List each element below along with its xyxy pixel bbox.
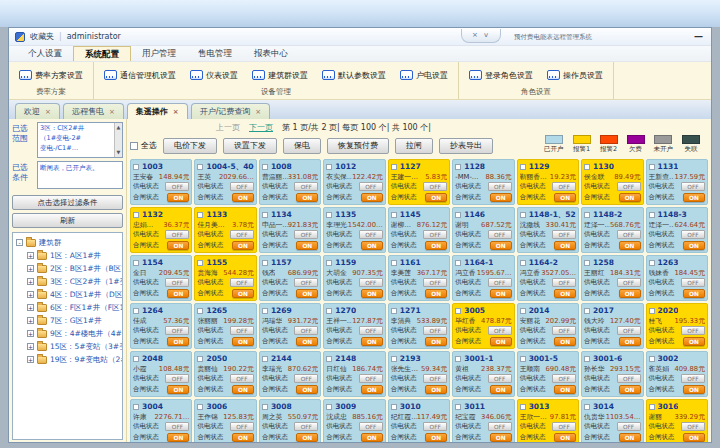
scroll-up-icon[interactable]: ▲ <box>117 124 121 132</box>
valve-on-button[interactable]: ON <box>232 337 254 346</box>
power-off-button[interactable]: OFF <box>552 230 576 239</box>
meter-card[interactable]: 2050贵丽仙190.22元供电状态OFF合闸状态ON <box>194 351 256 397</box>
tab-4[interactable]: 开户/记费查询× <box>191 103 271 119</box>
card-checkbox[interactable] <box>262 308 268 314</box>
selected-condition-box[interactable]: 断闸表，已开户表。 <box>37 161 123 189</box>
card-checkbox[interactable] <box>133 164 139 170</box>
tree-item-3[interactable]: +3区：C区2#井（1#变 <box>16 275 122 288</box>
card-checkbox[interactable] <box>326 404 332 410</box>
power-off-button[interactable]: OFF <box>423 326 447 335</box>
selected-range-listbox[interactable]: 3区：C区2#井 （1#变电-2# 变电-/C1#… ▲ ▼ <box>37 122 123 158</box>
ribbon-button[interactable]: 建筑群设置 <box>245 68 315 83</box>
meter-card[interactable]: 1148-2迂泽一…568.76元供电状态OFF合闸状态ON <box>581 207 643 253</box>
card-checkbox[interactable] <box>584 164 590 170</box>
card-checkbox[interactable] <box>391 164 397 170</box>
meter-card[interactable]: 1258王丽红184.31元供电状态OFF合闸状态ON <box>581 255 643 301</box>
card-checkbox[interactable] <box>584 356 590 362</box>
power-off-button[interactable]: OFF <box>488 230 512 239</box>
valve-on-button[interactable]: ON <box>425 385 447 394</box>
meter-card[interactable]: 1127王建一…5.83元供电状态OFF合闸状态ON <box>388 159 450 205</box>
power-off-button[interactable]: OFF <box>488 326 512 335</box>
expand-icon[interactable]: + <box>27 317 34 324</box>
card-checkbox[interactable] <box>584 260 590 266</box>
valve-on-button[interactable]: ON <box>490 433 512 442</box>
meter-card[interactable]: 1132忠娟…36.37元供电状态OFF合闸状态ON <box>130 207 192 253</box>
valve-on-button[interactable]: ON <box>167 385 189 394</box>
card-checkbox[interactable] <box>649 308 655 314</box>
meter-card[interactable]: 1265张丽丽199.28元供电状态OFF合闸状态ON <box>194 303 256 349</box>
power-off-button[interactable]: OFF <box>681 422 705 431</box>
meter-card[interactable]: 3001-6孙长华293.15元供电状态OFF合闸状态ON <box>581 351 643 397</box>
power-off-button[interactable]: OFF <box>681 182 705 191</box>
ribbon-button[interactable]: 登录角色设置 <box>462 68 540 83</box>
action-button-4[interactable]: 恢复预付费 <box>327 138 389 154</box>
meter-card[interactable]: 1004-5、40一王英2029.66…供电状态OFF合闸状态ON <box>194 159 256 205</box>
card-checkbox[interactable] <box>197 164 203 170</box>
valve-on-button[interactable]: ON <box>167 337 189 346</box>
card-checkbox[interactable] <box>649 212 655 218</box>
meter-card[interactable]: 1154金日209.45元供电状态OFF合闸状态ON <box>130 255 192 301</box>
card-checkbox[interactable] <box>649 164 655 170</box>
prev-page-link[interactable]: 上一页 <box>216 122 240 133</box>
valve-on-button[interactable]: ON <box>361 385 383 394</box>
power-off-button[interactable]: OFF <box>681 374 705 383</box>
valve-on-button[interactable]: ON <box>490 337 512 346</box>
card-checkbox[interactable] <box>133 212 139 218</box>
power-off-button[interactable]: OFF <box>617 422 641 431</box>
meter-card[interactable]: 1271李清典533.89元供电状态OFF合闸状态ON <box>388 303 450 349</box>
power-off-button[interactable]: OFF <box>617 182 641 191</box>
valve-on-button[interactable]: ON <box>361 193 383 202</box>
meter-card[interactable]: 3011纪宝霞346.06元供电状态OFF合闸状态ON <box>452 399 514 443</box>
valve-on-button[interactable]: ON <box>683 193 705 202</box>
power-off-button[interactable]: OFF <box>423 230 447 239</box>
meter-card[interactable]: 3008周之英550.97元供电状态OFF合闸状态ON <box>259 399 321 443</box>
card-checkbox[interactable] <box>262 212 268 218</box>
meter-card[interactable]: 2148日红仙186.74元供电状态OFF合闸状态ON <box>323 351 385 397</box>
action-button-2[interactable]: 设置下发 <box>223 138 277 154</box>
refresh-button[interactable]: 刷新 <box>12 213 123 228</box>
valve-on-button[interactable]: ON <box>167 241 189 250</box>
valve-on-button[interactable]: ON <box>361 241 383 250</box>
power-off-button[interactable]: OFF <box>488 374 512 383</box>
ribbon-button[interactable]: 操作员设置 <box>540 68 610 83</box>
valve-on-button[interactable]: ON <box>296 433 318 442</box>
card-checkbox[interactable] <box>520 404 526 410</box>
power-off-button[interactable]: OFF <box>165 278 189 287</box>
card-checkbox[interactable] <box>133 308 139 314</box>
tab-close-icon[interactable]: × <box>45 108 51 116</box>
card-checkbox[interactable] <box>197 356 203 362</box>
action-button-5[interactable]: 拉闸 <box>395 138 433 154</box>
power-off-button[interactable]: OFF <box>230 278 254 287</box>
tab-close-icon[interactable]: × <box>109 108 115 116</box>
power-off-button[interactable]: OFF <box>294 326 318 335</box>
power-off-button[interactable]: OFF <box>230 182 254 191</box>
expand-icon[interactable]: + <box>27 304 34 311</box>
expand-icon[interactable]: + <box>27 252 34 259</box>
meter-card[interactable]: 1161李美莲367.17元供电状态OFF合闸状态ON <box>388 255 450 301</box>
meter-card[interactable]: 3001-1黄祖238.37元供电状态OFF合闸状态ON <box>452 351 514 397</box>
power-off-button[interactable]: OFF <box>617 374 641 383</box>
menu-item-4[interactable]: 售电管理 <box>187 46 243 61</box>
meter-card[interactable]: 1133佳月美…3.78元供电状态OFF合闸状态ON <box>194 207 256 253</box>
card-checkbox[interactable] <box>455 212 461 218</box>
meter-card[interactable]: 3014仇贵华1103.54…供电状态OFF合闸状态ON <box>581 399 643 443</box>
valve-on-button[interactable]: ON <box>683 385 705 394</box>
meter-card[interactable]: 2144李瑞光870.62元供电状态OFF合闸状态ON <box>259 351 321 397</box>
card-checkbox[interactable] <box>455 308 461 314</box>
meter-card[interactable]: 2020桂飞195.33元供电状态OFF合闸状态ON <box>646 303 708 349</box>
meter-card[interactable]: 2017钱大玲127.40元供电状态OFF合闸状态ON <box>581 303 643 349</box>
action-button-3[interactable]: 保电 <box>283 138 321 154</box>
valve-on-button[interactable]: ON <box>296 385 318 394</box>
tree-item-1[interactable]: +1区：A区1#井 <box>16 249 122 262</box>
meter-card[interactable]: 1145谢柳…876.12元供电状态OFF合闸状态ON <box>388 207 450 253</box>
tree-item-6[interactable]: +7区：G区1#井 <box>16 314 122 327</box>
card-checkbox[interactable] <box>133 260 139 266</box>
power-off-button[interactable]: OFF <box>230 230 254 239</box>
meter-card[interactable]: 1146谢明687.52元供电状态OFF合闸状态ON <box>452 207 514 253</box>
power-off-button[interactable]: OFF <box>359 326 383 335</box>
valve-on-button[interactable]: ON <box>232 433 254 442</box>
valve-on-button[interactable]: ON <box>554 385 576 394</box>
valve-on-button[interactable]: ON <box>554 337 576 346</box>
meter-card[interactable]: 1269冯瑞华931.72元供电状态OFF合闸状态ON <box>259 303 321 349</box>
power-off-button[interactable]: OFF <box>617 230 641 239</box>
